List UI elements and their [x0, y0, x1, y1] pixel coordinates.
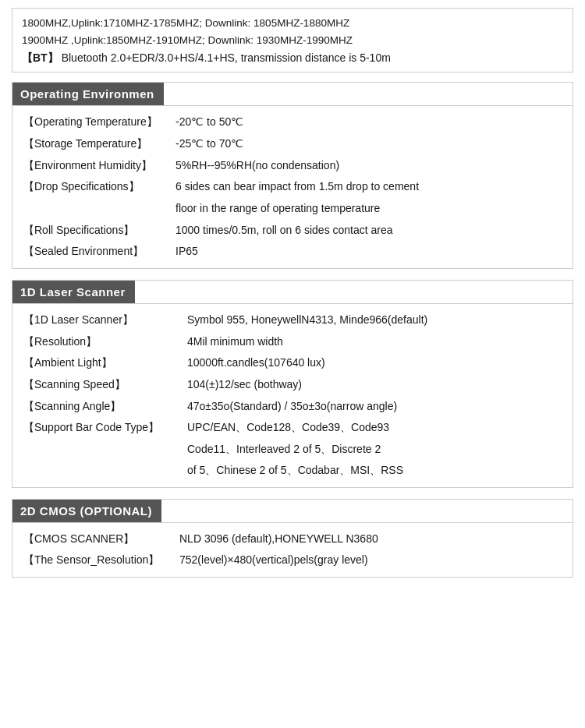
laser-scanner-section: 1D Laser Scanner 【1D Laser Scanner】 Symb… — [0, 280, 585, 488]
spec-row-scan-angle: 【Scanning Angle】 47o±35o(Standard) / 35o… — [23, 398, 562, 415]
drop-value1: 6 sides can bear impact from 1.5m drop t… — [176, 178, 562, 196]
cmos-header-wrapper: 2D CMOS (OPTIONAL) — [12, 499, 573, 522]
spec-row-1d-scanner: 【1D Laser Scanner】 Symbol 955, Honeywell… — [23, 312, 562, 329]
laser-content: 【1D Laser Scanner】 Symbol 955, Honeywell… — [12, 303, 573, 488]
op-temp-value: -20℃ to 50℃ — [176, 114, 562, 131]
barcode-value2: Code11、Interleaved 2 of 5、Discrete 2 — [23, 441, 562, 458]
roll-value: 1000 times/0.5m, roll on 6 sides contact… — [176, 222, 562, 239]
sealed-value: IP65 — [176, 243, 562, 260]
humidity-value: 5%RH--95%RH(no condensation) — [176, 157, 562, 175]
barcode-value3: of 5、Chinese 2 of 5、Codabar、MSI、RSS — [23, 462, 562, 479]
scan-angle-value: 47o±35o(Standard) / 35o±3o(narrow angle) — [187, 398, 562, 415]
operating-env-header-wrapper: Operating Environmen — [12, 82, 573, 105]
humidity-label: 【Environment Humidity】 — [23, 157, 176, 175]
cmos-scanner-label: 【CMOS SCANNER】 — [23, 531, 179, 548]
freq1-text: 1800MHZ,Uplink:1710MHZ-1785MHZ; Downlink… — [22, 15, 563, 32]
1d-scanner-value: Symbol 955, HoneywellN4313, Minde966(def… — [187, 312, 562, 329]
freq2-text: 1900MHZ ,Uplink:1850MHZ-1910MHZ; Downlin… — [22, 32, 563, 49]
sensor-res-value: 752(level)×480(vertical)pels(gray level) — [179, 552, 562, 569]
drop-value2: floor in the range of operating temperat… — [23, 200, 562, 217]
spec-row-humidity: 【Environment Humidity】 5%RH--95%RH(no co… — [23, 157, 562, 175]
barcode-value1: UPC/EAN、Code128、Code39、Code93 — [187, 419, 562, 436]
resolution-label: 【Resolution】 — [23, 334, 187, 351]
spec-row-op-temp: 【Operating Temperature】 -20℃ to 50℃ — [23, 114, 562, 131]
connectivity-block: 1800MHZ,Uplink:1710MHZ-1785MHZ; Downlink… — [12, 8, 573, 72]
storage-temp-label: 【Storage Temperature】 — [23, 136, 176, 153]
spec-row-drop1: 【Drop Specifications】 6 sides can bear i… — [23, 178, 562, 196]
bt-value: Bluetooth 2.0+EDR/3.0+HS/4.1+HS, transmi… — [62, 51, 391, 64]
storage-temp-value: -25℃ to 70℃ — [176, 136, 562, 153]
barcode-label: 【Support Bar Code Type】 — [23, 419, 187, 436]
spec-row-scan-speed: 【Scanning Speed】 104(±)12/sec (bothway) — [23, 376, 562, 394]
spec-row-storage-temp: 【Storage Temperature】 -25℃ to 70℃ — [23, 136, 562, 153]
scan-speed-value: 104(±)12/sec (bothway) — [187, 376, 562, 394]
1d-scanner-label: 【1D Laser Scanner】 — [23, 312, 187, 329]
roll-label: 【Roll Specifications】 — [23, 222, 176, 239]
sealed-label: 【Sealed Environment】 — [23, 243, 176, 260]
bt-label: 【BT】 — [22, 51, 58, 65]
operating-env-header: Operating Environmen — [12, 83, 164, 105]
spec-row-resolution: 【Resolution】 4Mil minimum width — [23, 334, 562, 351]
drop-label: 【Drop Specifications】 — [23, 178, 176, 196]
scan-angle-label: 【Scanning Angle】 — [23, 398, 187, 415]
spec-row-roll: 【Roll Specifications】 1000 times/0.5m, r… — [23, 222, 562, 239]
cmos-content: 【CMOS SCANNER】 NLD 3096 (default),HONEYW… — [12, 522, 573, 578]
operating-env-content: 【Operating Temperature】 -20℃ to 50℃ 【Sto… — [12, 105, 573, 269]
cmos-section: 2D CMOS (OPTIONAL) 【CMOS SCANNER】 NLD 30… — [0, 499, 585, 578]
scan-speed-label: 【Scanning Speed】 — [23, 376, 187, 394]
op-temp-label: 【Operating Temperature】 — [23, 114, 176, 131]
ambient-label: 【Ambient Light】 — [23, 355, 187, 372]
resolution-value: 4Mil minimum width — [187, 334, 562, 351]
spec-row-sensor-res: 【The Sensor_Resolution】 752(level)×480(v… — [23, 552, 562, 569]
sensor-res-label: 【The Sensor_Resolution】 — [23, 552, 179, 569]
operating-env-section: Operating Environmen 【Operating Temperat… — [0, 82, 585, 269]
page-wrapper: 1800MHZ,Uplink:1710MHZ-1785MHZ; Downlink… — [0, 8, 585, 578]
ambient-value: 10000ft.candles(107640 lux) — [187, 355, 562, 372]
laser-header-wrapper: 1D Laser Scanner — [12, 280, 573, 303]
bt-row: 【BT】 Bluetooth 2.0+EDR/3.0+HS/4.1+HS, tr… — [22, 51, 563, 65]
laser-header: 1D Laser Scanner — [12, 281, 135, 303]
cmos-header: 2D CMOS (OPTIONAL) — [12, 500, 161, 522]
spec-row-sealed: 【Sealed Environment】 IP65 — [23, 243, 562, 260]
cmos-scanner-value: NLD 3096 (default),HONEYWELL N3680 — [179, 531, 562, 548]
spec-row-barcode1: 【Support Bar Code Type】 UPC/EAN、Code128、… — [23, 419, 562, 436]
spec-row-ambient: 【Ambient Light】 10000ft.candles(107640 l… — [23, 355, 562, 372]
spec-row-cmos-scanner: 【CMOS SCANNER】 NLD 3096 (default),HONEYW… — [23, 531, 562, 548]
